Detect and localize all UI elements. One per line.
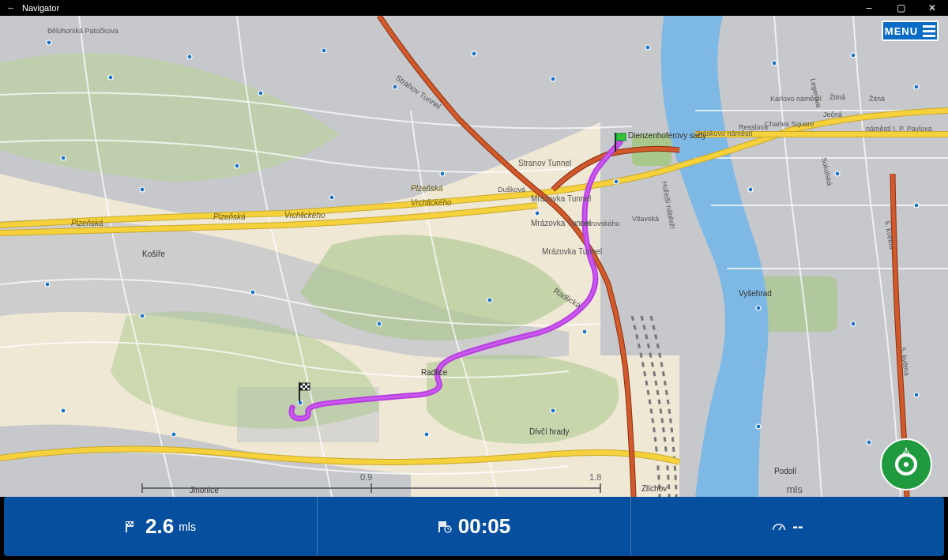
svg-point-39 [424,432,429,437]
svg-point-18 [61,156,66,160]
scale-unit: mls [787,483,803,495]
svg-point-24 [614,179,619,184]
svg-point-20 [235,163,239,168]
svg-point-36 [61,408,66,413]
svg-point-6 [47,40,51,45]
svg-point-11 [393,85,397,89]
svg-rect-95 [305,388,307,390]
svg-rect-91 [305,383,307,385]
svg-text:Žitná: Žitná [830,93,845,101]
svg-line-111 [779,526,781,530]
minimize-button[interactable]: – [853,2,885,13]
svg-text:Ostrovského: Ostrovského [580,220,620,227]
svg-rect-93 [307,385,310,388]
svg-point-28 [45,282,50,287]
svg-point-35 [851,321,856,326]
time-cell[interactable]: 00:05 [318,497,631,556]
window-titlebar: ← Navigator – ▢ ✕ [0,0,948,16]
svg-text:náměstí I. P. Pavlova: náměstí I. P. Pavlova [866,125,932,133]
start-flag-icon [613,133,627,152]
svg-point-30 [250,290,255,295]
svg-rect-107 [438,527,440,532]
svg-text:Plzeňská: Plzeňská [213,212,246,221]
close-button[interactable]: ✕ [916,2,948,13]
svg-point-32 [487,298,492,303]
svg-text:Mrázovka Tunnel: Mrázovka Tunnel [531,194,591,203]
svg-point-41 [756,424,761,429]
svg-point-34 [756,306,761,310]
svg-text:Vyšehrad: Vyšehrad [739,289,772,298]
svg-text:Charles Square: Charles Square [765,120,814,128]
svg-text:Vltavská: Vltavská [632,215,659,223]
svg-rect-106 [438,521,446,527]
svg-point-33 [582,329,587,334]
svg-text:Jinonice: Jinonice [190,486,219,494]
svg-text:Podolí: Podolí [774,467,797,475]
svg-point-42 [867,440,871,445]
distance-value: 2.6 [145,514,174,539]
svg-point-17 [914,85,919,89]
svg-point-10 [322,48,326,53]
svg-text:Radlice: Radlice [421,368,448,377]
svg-rect-101 [126,527,127,532]
maximize-button[interactable]: ▢ [885,2,916,13]
svg-point-37 [171,432,176,437]
menu-button[interactable]: MENU [882,21,939,41]
svg-point-21 [329,195,334,200]
svg-point-23 [535,211,540,216]
svg-point-12 [472,51,476,56]
svg-text:Plzeňská: Plzeňská [411,184,443,193]
svg-text:N: N [904,449,908,454]
eta-value: -- [792,517,803,536]
svg-text:Žitná: Žitná [869,95,885,103]
eta-cell[interactable]: -- [631,497,944,556]
svg-point-16 [851,53,856,58]
svg-point-8 [187,54,192,59]
svg-point-40 [551,408,555,413]
svg-point-13 [551,77,555,81]
svg-point-29 [140,314,145,318]
destination-flag-icon [297,382,311,401]
svg-point-7 [108,75,113,80]
svg-point-97 [904,462,908,467]
svg-text:Ječná: Ječná [823,111,842,118]
svg-text:Vrchlického: Vrchlického [411,198,452,207]
svg-point-31 [377,321,382,326]
svg-point-25 [748,187,753,192]
distance-cell[interactable]: 2.6 mls [4,497,318,556]
svg-rect-94 [300,388,303,390]
svg-point-26 [835,171,840,176]
svg-point-27 [914,203,919,208]
svg-rect-87 [616,133,626,141]
svg-text:Košíře: Košíře [142,250,165,258]
svg-rect-90 [300,383,303,385]
svg-rect-105 [131,524,133,525]
svg-point-19 [140,187,145,192]
svg-text:0.9: 0.9 [360,472,372,482]
hamburger-icon [923,25,935,37]
time-value: 00:05 [458,514,511,539]
compass-button[interactable]: N [880,438,932,490]
svg-rect-102 [126,522,128,524]
svg-text:1.8: 1.8 [589,472,601,482]
svg-rect-104 [128,524,130,525]
distance-unit: mls [179,521,196,533]
svg-text:Stranov Tunnel: Stranov Tunnel [518,159,571,167]
svg-rect-92 [303,385,305,388]
map-canvas[interactable]: Bělohorská Patočkova Košíře Plzeňská Plz… [0,16,948,497]
svg-point-43 [914,393,919,397]
svg-text:Zlíchov: Zlíchov [641,484,667,493]
back-button[interactable]: ← [0,3,22,13]
svg-point-22 [440,171,445,176]
svg-point-15 [772,61,777,66]
svg-text:Mrázovka Tunnel: Mrázovka Tunnel [542,247,602,256]
status-bar: 2.6 mls 00:05 -- [4,497,944,556]
svg-point-14 [645,45,650,50]
svg-text:Resslova: Resslova [739,123,768,131]
svg-point-9 [258,91,263,96]
svg-text:Bělohorská   Patočkova: Bělohorská Patočkova [47,27,118,35]
svg-text:Dušková: Dušková [498,186,525,194]
window-title: Navigator [22,3,59,13]
time-icon [438,520,452,534]
distance-icon [125,520,139,534]
